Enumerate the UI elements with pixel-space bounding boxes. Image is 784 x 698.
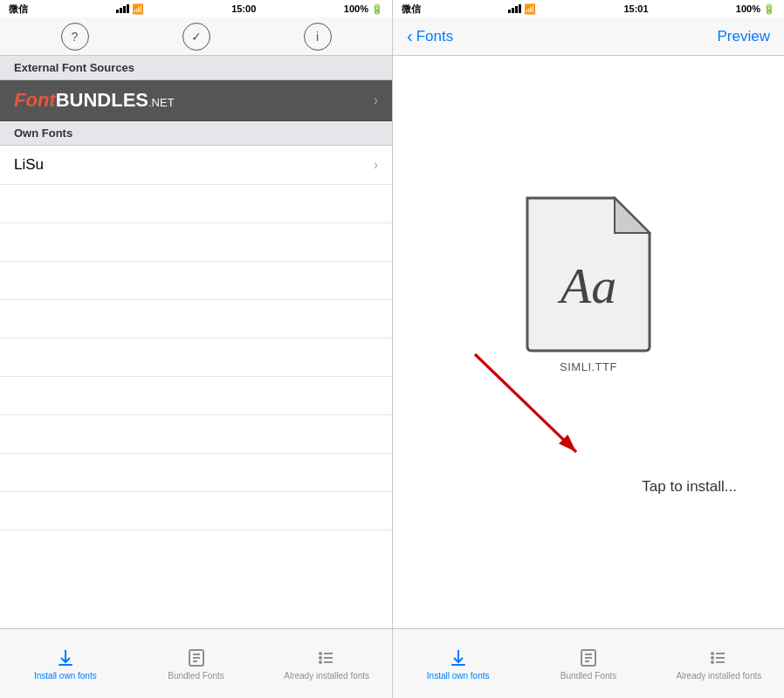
svg-point-12 bbox=[712, 661, 713, 663]
time-left: 15:00 bbox=[231, 3, 256, 14]
font-name-lisu: LiSu bbox=[14, 156, 44, 174]
wifi-icon-right: 📶 bbox=[524, 3, 536, 15]
list-icon-right bbox=[708, 647, 729, 668]
signal-bars-left bbox=[116, 4, 129, 13]
font-list-empty-9 bbox=[0, 492, 392, 530]
font-list-empty-7 bbox=[0, 415, 392, 454]
font-file-icon: Aa bbox=[519, 189, 658, 355]
back-chevron-icon: ‹ bbox=[407, 26, 413, 46]
tab-installed-right[interactable]: Already installed fonts bbox=[654, 647, 784, 681]
font-list-empty-8 bbox=[0, 454, 392, 492]
tab-install-own-right[interactable]: Install own fonts bbox=[393, 647, 523, 681]
svg-point-4 bbox=[320, 661, 321, 663]
tap-install-container[interactable]: Tap to install... bbox=[440, 382, 737, 496]
bundle-icon-right bbox=[578, 647, 599, 668]
font-list: LiSu › bbox=[0, 146, 392, 628]
svg-line-6 bbox=[475, 354, 576, 452]
right-panel: 微信 📶 15:01 100% 🔋 ‹ Fonts Preview bbox=[393, 0, 784, 698]
svg-point-10 bbox=[712, 653, 713, 654]
tab-install-own-label-left: Install own fonts bbox=[34, 671, 97, 681]
carrier-left: 微信 bbox=[9, 3, 28, 16]
svg-point-11 bbox=[712, 657, 713, 659]
svg-rect-0 bbox=[58, 664, 72, 666]
font-bundles-row[interactable]: FontBUNDLES.NET › bbox=[0, 80, 392, 121]
back-button[interactable]: ‹ Fonts bbox=[407, 26, 453, 46]
svg-point-2 bbox=[320, 653, 321, 654]
tab-install-own-left[interactable]: Install own fonts bbox=[0, 647, 131, 681]
battery-icon-left: 🔋 bbox=[371, 3, 383, 15]
wifi-icon-left: 📶 bbox=[132, 3, 144, 15]
back-label: Fonts bbox=[416, 28, 454, 45]
external-fonts-header: External Font Sources bbox=[0, 56, 392, 80]
nav-bar-right: ‹ Fonts Preview bbox=[393, 17, 784, 56]
battery-icon-right: 🔋 bbox=[763, 3, 775, 15]
tab-installed-label-right: Already installed fonts bbox=[676, 671, 761, 681]
font-list-empty-5 bbox=[0, 339, 392, 377]
status-bar-left: 微信 📶 15:00 100% 🔋 bbox=[0, 0, 392, 17]
arrow-icon bbox=[457, 347, 632, 487]
font-list-empty-1 bbox=[0, 185, 392, 223]
preview-button[interactable]: Preview bbox=[718, 28, 770, 45]
tab-installed-label-left: Already installed fonts bbox=[284, 671, 369, 681]
font-bundles-chevron: › bbox=[374, 92, 378, 108]
download-icon-right bbox=[448, 647, 469, 668]
tab-bundled-right[interactable]: Bundled Fonts bbox=[523, 647, 653, 681]
right-content: Aa SIMLI.TTF Tap to install... bbox=[393, 56, 784, 628]
font-list-empty-4 bbox=[0, 300, 392, 339]
svg-rect-8 bbox=[451, 664, 465, 666]
tab-bundled-left[interactable]: Bundled Fonts bbox=[131, 647, 262, 681]
bundle-icon-left bbox=[186, 647, 207, 668]
tab-bundled-label-right: Bundled Fonts bbox=[560, 671, 617, 681]
info-button[interactable]: i bbox=[304, 23, 332, 51]
font-list-empty-2 bbox=[0, 223, 392, 262]
font-item-chevron: › bbox=[374, 157, 378, 173]
list-icon-left bbox=[316, 647, 337, 668]
font-list-empty-6 bbox=[0, 377, 392, 415]
tab-bar-right: Install own fonts Bundled Fonts Already … bbox=[393, 628, 784, 698]
download-icon-left bbox=[55, 647, 76, 668]
svg-text:Aa: Aa bbox=[557, 257, 616, 314]
font-bundles-logo: FontBUNDLES.NET bbox=[14, 89, 175, 112]
left-panel: 微信 📶 15:00 100% 🔋 ? ✓ i External Font So… bbox=[0, 0, 393, 698]
tab-bundled-label-left: Bundled Fonts bbox=[168, 671, 224, 681]
battery-pct-left: 100% bbox=[344, 3, 368, 14]
battery-pct-right: 100% bbox=[736, 3, 760, 14]
tab-install-own-label-right: Install own fonts bbox=[427, 671, 490, 681]
signal-bars-right bbox=[508, 4, 521, 13]
time-right: 15:01 bbox=[623, 3, 648, 14]
tap-install-label: Tap to install... bbox=[642, 478, 737, 496]
carrier-right: 微信 bbox=[402, 3, 421, 16]
font-list-empty-3 bbox=[0, 262, 392, 300]
check-button[interactable]: ✓ bbox=[182, 23, 210, 51]
tab-installed-left[interactable]: Already installed fonts bbox=[261, 647, 392, 681]
top-toolbar-left: ? ✓ i bbox=[0, 17, 392, 56]
tab-bar-left: Install own fonts Bundled Fonts Already … bbox=[0, 628, 392, 698]
status-bar-right: 微信 📶 15:01 100% 🔋 bbox=[393, 0, 784, 17]
svg-point-3 bbox=[320, 657, 321, 659]
own-fonts-header: Own Fonts bbox=[0, 121, 392, 146]
help-button[interactable]: ? bbox=[61, 23, 89, 51]
font-file-container: Aa SIMLI.TTF bbox=[519, 189, 658, 373]
font-list-item[interactable]: LiSu › bbox=[0, 146, 392, 185]
